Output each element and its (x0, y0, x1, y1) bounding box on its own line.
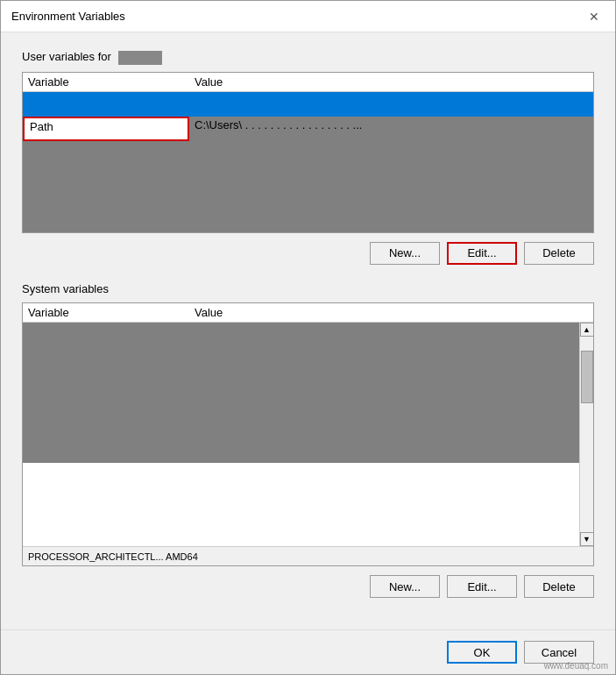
system-variables-table[interactable]: Variable Value ▲ ▼ (22, 302, 594, 566)
system-buttons-row: New... Edit... Delete (22, 575, 594, 598)
environment-variables-dialog: Environment Variables ✕ User variables f… (0, 0, 616, 675)
system-new-button[interactable]: New... (370, 575, 440, 598)
close-button[interactable]: ✕ (584, 9, 605, 25)
title-bar: Environment Variables ✕ (1, 1, 615, 32)
dialog-footer: OK Cancel (1, 629, 615, 674)
scroll-down-button[interactable]: ▼ (580, 532, 594, 546)
processor-text: PROCESSOR_ARCHITECTL... AMD64 (28, 551, 198, 562)
ok-button[interactable]: OK (447, 641, 517, 664)
watermark: www.deuaq.com (544, 661, 608, 671)
path-value-cell: C:\Users\ . . . . . . . . . . . . . . . … (189, 117, 593, 141)
user-edit-button[interactable]: Edit... (447, 242, 517, 265)
system-table-content[interactable] (23, 323, 579, 546)
user-value-header: Value (195, 75, 588, 89)
system-table-wrapper: ▲ ▼ (23, 323, 593, 546)
user-variable-header: Variable (28, 75, 195, 89)
dialog-title: Environment Variables (11, 10, 125, 23)
system-variable-header: Variable (28, 306, 195, 319)
system-section-label: System variables (22, 282, 594, 295)
user-buttons-row: New... Edit... Delete (22, 242, 594, 265)
user-table-empty-area (23, 141, 593, 229)
scroll-thumb[interactable] (581, 351, 593, 403)
system-variables-section: System variables Variable Value ▲ (22, 282, 594, 612)
dialog-content: User variables for Variable Value (1, 32, 615, 629)
selected-variable-cell (23, 103, 189, 106)
selected-value-cell (189, 103, 593, 106)
user-table-selected-row[interactable] (23, 92, 593, 117)
username-display (118, 51, 162, 65)
system-table-header: Variable Value (23, 303, 593, 323)
system-scrollbar[interactable]: ▲ ▼ (579, 323, 593, 546)
system-delete-button[interactable]: Delete (524, 575, 594, 598)
system-value-header: Value (195, 306, 588, 319)
user-section-label: User variables for (22, 50, 594, 65)
user-new-button[interactable]: New... (370, 242, 440, 265)
user-table-header: Variable Value (23, 73, 593, 92)
path-variable-cell: Path (23, 117, 189, 141)
user-table-body[interactable]: Path C:\Users\ . . . . . . . . . . . . .… (23, 92, 593, 232)
scroll-up-button[interactable]: ▲ (580, 323, 594, 337)
path-row[interactable]: Path C:\Users\ . . . . . . . . . . . . .… (23, 117, 593, 141)
user-delete-button[interactable]: Delete (524, 242, 594, 265)
system-table-gray-area (23, 323, 579, 463)
user-variables-table[interactable]: Variable Value Path C:\Users\ . . . . . … (22, 72, 594, 233)
system-edit-button[interactable]: Edit... (447, 575, 517, 598)
user-variables-section: User variables for Variable Value (22, 50, 594, 279)
system-bottom-row: PROCESSOR_ARCHITECTL... AMD64 (23, 546, 593, 565)
